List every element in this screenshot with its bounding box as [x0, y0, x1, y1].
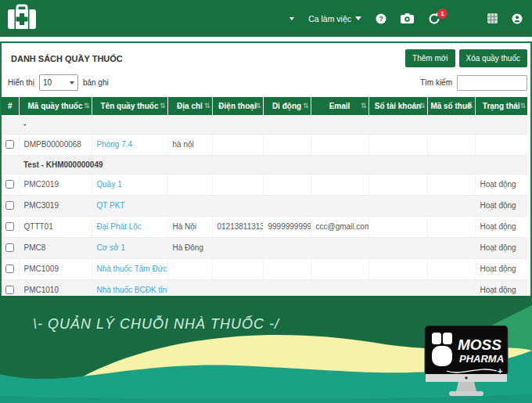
cell-code: QTTT01	[19, 216, 92, 237]
table-row: PMC2019Quầy 1Hoạt động	[2, 174, 527, 195]
column-header: #	[2, 97, 19, 115]
row-checkbox[interactable]	[5, 201, 14, 210]
column-header-label: Số tài khoản	[375, 102, 421, 110]
counter-name-link[interactable]: Cơ sở 1	[97, 243, 125, 252]
workshift-dropdown[interactable]: Ca làm việc	[308, 14, 361, 23]
help-icon[interactable]: ?	[376, 13, 386, 24]
pharmacy-counter-list-panel: DANH SÁCH QUẦY THUỐC Thêm mới Xóa quầy t…	[0, 41, 532, 307]
refresh-icon[interactable]: 1	[428, 13, 440, 25]
records-label: bản ghi	[83, 78, 109, 87]
counter-name-link[interactable]: Đại Phát Lộc	[97, 222, 142, 231]
cell-email	[311, 195, 368, 216]
cell-status: Hoạt động	[475, 216, 527, 237]
counter-name-link[interactable]: Quầy 1	[97, 180, 122, 189]
cell-address	[167, 258, 212, 279]
row-checkbox[interactable]	[5, 180, 14, 189]
column-header-label: Mã số thuế	[430, 102, 471, 110]
table-row: PMC8Cơ sở 1Hà ĐôngHoạt động	[2, 237, 527, 258]
chevron-down-icon	[70, 81, 74, 85]
cell-email	[311, 174, 368, 195]
counter-name-link[interactable]: Nhà thuốc Tâm Đức	[97, 264, 167, 273]
row-checkbox[interactable]	[5, 264, 14, 273]
camera-icon[interactable]	[401, 13, 414, 23]
cell-tax	[427, 237, 475, 258]
column-header-label: Điện thoại	[218, 102, 256, 110]
search-input[interactable]	[457, 75, 527, 91]
sort-icon[interactable]: ⇅	[84, 102, 90, 110]
group-row: Test - KHM000000049	[2, 155, 527, 174]
column-header[interactable]: Điện thoại⇅	[212, 97, 263, 115]
cell-tax	[427, 216, 475, 237]
nav-caret-icon[interactable]	[289, 17, 294, 20]
first-aid-kit-logo-icon	[6, 4, 38, 34]
cell-account	[368, 237, 427, 258]
cell-phone	[212, 258, 263, 279]
cell-mobile	[263, 174, 311, 195]
cell-phone	[212, 195, 263, 216]
cell-tax	[427, 195, 475, 216]
cell-address: Hà Đông	[167, 237, 212, 258]
column-header[interactable]: Tên quầy thuốc⇅	[92, 97, 167, 115]
column-header[interactable]: Số tài khoản⇅	[368, 97, 427, 115]
sort-icon[interactable]: ⇅	[204, 102, 210, 110]
sort-icon[interactable]: ⇅	[255, 102, 261, 110]
table-row: QTTT01Đại Phát LộcHà Nội0121381131399999…	[2, 216, 527, 237]
search-label: Tìm kiếm	[420, 78, 452, 87]
chevron-down-icon	[355, 16, 361, 20]
table-body: -DMPB00000068Phòng 7.4hà nộiTest - KHM00…	[2, 115, 527, 322]
counter-name-link[interactable]: Nhà thuốc BCĐK tỉnh Lào Cai	[97, 286, 168, 294]
cell-code: PMC3019	[19, 195, 92, 216]
column-header[interactable]: Di động⇅	[263, 97, 311, 115]
row-checkbox[interactable]	[5, 243, 14, 252]
column-header[interactable]: Email⇅	[311, 97, 368, 115]
page-length-select[interactable]: 10	[39, 74, 78, 91]
counter-name-link[interactable]: QT PKT	[97, 201, 125, 210]
cell-email	[311, 237, 368, 258]
cell-tax	[427, 174, 475, 195]
cell-code: PMC1009	[19, 258, 92, 279]
top-navigation-bar: Ca làm việc ? 1	[0, 0, 532, 37]
cell-account	[368, 258, 427, 279]
cell-code: PMC8	[19, 237, 92, 258]
column-header[interactable]: Mã số thuế⇅	[427, 97, 475, 115]
footer-banner: \- QUẢN LÝ CHUỖI NHÀ THUỐC -/ MOSS PHARM…	[0, 296, 532, 403]
cell-mobile	[263, 258, 311, 279]
cell-email: ccc@gmail.com	[311, 216, 368, 237]
cell-code: DMPB00000068	[19, 134, 92, 155]
logo-text-pharma: PHARMA	[459, 353, 504, 365]
sort-icon[interactable]: ⇅	[419, 102, 426, 110]
row-checkbox[interactable]	[5, 286, 14, 294]
counter-name-link[interactable]: Phòng 7.4	[97, 140, 133, 149]
sort-icon[interactable]: ⇅	[361, 102, 367, 110]
cell-address	[167, 174, 212, 195]
sort-icon[interactable]: ⇅	[303, 102, 309, 110]
show-entries-label: Hiển thị	[8, 78, 34, 87]
cell-status: Hoạt động	[475, 258, 527, 279]
footer-slogan: \- QUẢN LÝ CHUỖI NHÀ THUỐC -/	[33, 316, 279, 333]
column-header[interactable]: Mã quầy thuốc⇅	[19, 97, 92, 115]
cell-tax	[427, 134, 475, 155]
notification-badge: 1	[437, 9, 448, 19]
delete-counter-button[interactable]: Xóa quầy thuốc	[459, 49, 528, 67]
sort-icon[interactable]: ⇅	[519, 102, 526, 110]
sort-icon[interactable]: ⇅	[467, 102, 473, 110]
add-new-button[interactable]: Thêm mới	[405, 49, 455, 67]
workshift-label: Ca làm việc	[308, 14, 351, 23]
column-header-label: Email	[329, 102, 350, 110]
column-header[interactable]: Trạng thái⇅	[475, 97, 527, 115]
cell-mobile	[263, 237, 311, 258]
cell-phone	[212, 237, 263, 258]
row-checkbox[interactable]	[5, 140, 14, 149]
calculator-icon[interactable]	[487, 13, 498, 23]
cell-account	[368, 216, 427, 237]
table-header-row: #Mã quầy thuốc⇅Tên quầy thuốc⇅Địa chỉ⇅Đi…	[2, 97, 527, 115]
cell-email	[311, 134, 368, 155]
row-checkbox[interactable]	[5, 222, 14, 231]
cell-address: Hà Nội	[167, 216, 212, 237]
sort-icon[interactable]: ⇅	[160, 102, 166, 110]
column-header-label: Trạng thái	[483, 102, 520, 110]
user-icon[interactable]	[512, 13, 523, 24]
cell-code: PMC2019	[19, 174, 92, 195]
column-header-label: Mã quầy thuốc	[27, 102, 82, 110]
column-header[interactable]: Địa chỉ⇅	[167, 97, 212, 115]
